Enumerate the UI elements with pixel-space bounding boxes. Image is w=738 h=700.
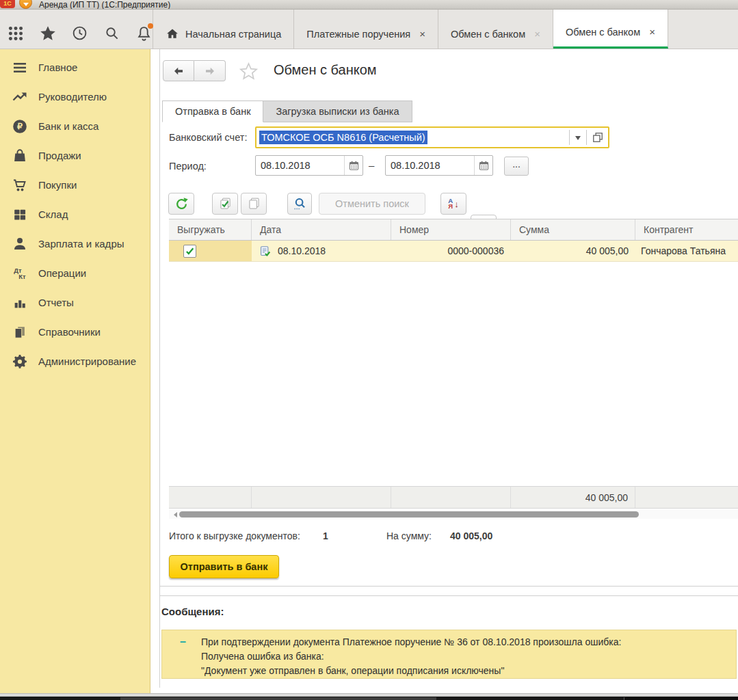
history-icon[interactable] — [71, 25, 89, 42]
message-line: Получена ошибка из банка: — [201, 649, 621, 664]
tab-bank-exchange-2[interactable]: Обмен с банком × — [553, 10, 668, 49]
copy-sheets-icon — [247, 197, 261, 211]
refresh-button[interactable] — [168, 193, 194, 215]
send-to-bank-button[interactable]: Отправить в банк — [169, 555, 279, 578]
sidebar-item-purchases[interactable]: Покупки — [0, 170, 150, 200]
tab-label: Обмен с банком — [451, 29, 525, 40]
column-header-counterparty[interactable]: Контрагент — [635, 219, 738, 240]
tab-label: Платежные поручения — [306, 29, 410, 40]
period-more-button[interactable]: ... — [504, 157, 529, 176]
messages-title: Сообщения: — [161, 606, 224, 617]
sidebar-item-bank-cash[interactable]: ₽ Банк и касса — [0, 111, 150, 141]
period-label: Период: — [169, 161, 207, 172]
shopping-cart-icon — [11, 176, 29, 194]
bank-account-field[interactable]: ТОМСКОЕ ОСБ N8616 (Расчетный) — [255, 126, 609, 148]
gear-icon — [11, 353, 29, 371]
table-totals-row: 40 005,00 — [169, 486, 738, 509]
tab-close-icon[interactable]: × — [419, 28, 425, 40]
form-tab-label: Загрузка выписки из банка — [276, 106, 399, 117]
number-cell: 0000-000036 — [391, 241, 511, 261]
sidebar-item-label: Главное — [38, 62, 77, 73]
bank-account-choose-button[interactable] — [587, 128, 608, 147]
period-to-input[interactable] — [386, 156, 474, 175]
sidebar-item-operations[interactable]: ДтКт Операции — [0, 258, 150, 288]
sidebar-item-main[interactable]: Главное — [0, 53, 150, 82]
favorites-star-icon[interactable] — [39, 25, 57, 42]
section-sidebar: Главное Руководителю ₽ Банк и касса Прод… — [0, 49, 150, 693]
panel-left-border — [159, 49, 160, 688]
back-button[interactable] — [163, 60, 194, 81]
check-all-button[interactable] — [212, 193, 238, 215]
refresh-icon — [174, 197, 189, 211]
sidebar-item-label: Операции — [38, 267, 86, 279]
ruble-circle-icon: ₽ — [11, 118, 29, 135]
sidebar-item-references[interactable]: Справочники — [0, 317, 150, 347]
shopping-bag-icon — [11, 147, 29, 165]
tab-close-icon[interactable]: × — [534, 28, 540, 40]
uncheck-all-button[interactable] — [241, 193, 267, 215]
dt-kt-icon: ДтКт — [11, 265, 29, 282]
sidebar-item-payroll-hr[interactable]: Зарплата и кадры — [0, 229, 150, 258]
sidebar-item-label: Справочники — [38, 326, 101, 338]
period-from-calendar-button[interactable] — [344, 156, 363, 175]
column-header-sum[interactable]: Сумма — [511, 219, 635, 240]
sidebar-item-label: Руководителю — [38, 91, 107, 103]
row-sum: 40 005,00 — [586, 245, 629, 256]
sidebar-item-reports[interactable]: Отчеты — [0, 288, 150, 317]
sidebar-item-label: Зарплата и кадры — [38, 238, 124, 250]
sort-ascending-button[interactable]: А Я ↓ — [440, 193, 466, 215]
taskbar-segment — [624, 697, 738, 700]
sidebar-item-sales[interactable]: Продажи — [0, 141, 150, 170]
tab-send-to-bank[interactable]: Отправка в банк — [162, 100, 263, 122]
row-number: 0000-000036 — [447, 245, 504, 256]
taskbar-app-button[interactable] — [120, 697, 436, 700]
forward-button[interactable] — [194, 60, 226, 81]
bank-account-input[interactable]: ТОМСКОЕ ОСБ N8616 (Расчетный) — [256, 128, 569, 147]
sidebar-item-administration[interactable]: Администрирование — [0, 347, 150, 376]
tab-label: Начальная страница — [185, 29, 281, 40]
tab-load-statement[interactable]: Загрузка выписки из банка — [263, 100, 412, 122]
scrollbar-thumb[interactable] — [179, 511, 639, 517]
1c-logo-icon: 1С — [0, 0, 15, 8]
sidebar-item-manager[interactable]: Руководителю — [0, 82, 150, 111]
search-table-button[interactable] — [287, 193, 312, 215]
message-text: При подтверждении документа Платежное по… — [201, 635, 621, 678]
bar-chart-icon — [11, 294, 29, 312]
window-tabstrip: Начальная страница Платежные поручения ×… — [153, 10, 668, 49]
column-header-date[interactable]: Дата — [252, 219, 391, 240]
main-menu-button[interactable] — [19, 0, 32, 9]
tab-bank-exchange-1[interactable]: Обмен с банком × — [438, 10, 553, 49]
period-to-calendar-button[interactable] — [474, 156, 492, 175]
upload-checkbox[interactable] — [183, 245, 196, 258]
period-from-input[interactable] — [256, 156, 344, 175]
tab-payment-orders[interactable]: Платежные поручения × — [294, 10, 438, 49]
quick-icons — [0, 10, 153, 49]
period-dash: – — [369, 159, 374, 171]
message-bullet-icon: – — [180, 636, 186, 648]
total-cell — [252, 487, 391, 508]
scroll-left-icon[interactable] — [171, 512, 177, 517]
period-to-field — [385, 155, 493, 176]
sidebar-item-warehouse[interactable]: Склад — [0, 200, 150, 229]
date-cell: 08.10.2018 — [256, 241, 391, 261]
tab-home[interactable]: Начальная страница — [153, 10, 294, 49]
notifications-bell-icon[interactable] — [135, 25, 153, 42]
tools-grid-icon[interactable] — [7, 25, 25, 42]
tab-close-icon[interactable]: × — [649, 26, 655, 38]
arrow-left-icon — [172, 65, 185, 77]
horizontal-scrollbar[interactable] — [169, 510, 738, 519]
chevron-down-icon — [575, 136, 581, 143]
table-row[interactable]: 08.10.2018 0000-000036 40 005,00 Гончаро… — [169, 241, 738, 262]
search-icon[interactable] — [103, 25, 121, 42]
column-header-upload[interactable]: Выгружать — [169, 219, 252, 240]
sidebar-item-label: Администрирование — [38, 355, 136, 367]
column-header-number[interactable]: Номер — [391, 219, 511, 240]
favorite-star-icon[interactable] — [239, 62, 259, 84]
window-title: Аренда (ИП ТТ) (1С:Предприятие) — [39, 0, 170, 10]
message-item[interactable]: – При подтверждении документа Платежное … — [161, 630, 737, 679]
bank-account-dropdown-button[interactable] — [570, 128, 586, 147]
form-tabs: Отправка в банк Загрузка выписки из банк… — [162, 100, 412, 122]
sidebar-item-label: Банк и касса — [38, 120, 98, 132]
cancel-search-button[interactable]: Отменить поиск — [319, 193, 425, 215]
sidebar-item-label: Отчеты — [38, 297, 74, 308]
